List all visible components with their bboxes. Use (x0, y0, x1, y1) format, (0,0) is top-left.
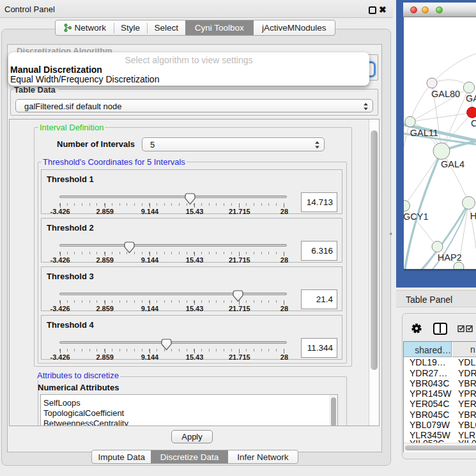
svg-text:GCY1: GCY1 (404, 211, 429, 222)
svg-text:H: H (470, 211, 476, 221)
svg-text:C: C (471, 118, 476, 128)
svg-text:GAL4: GAL4 (441, 159, 464, 169)
svg-text:GAL11: GAL11 (410, 128, 438, 138)
svg-text:HAP2: HAP2 (438, 252, 462, 263)
svg-text:GA: GA (466, 93, 476, 104)
svg-text:GAL80: GAL80 (431, 89, 460, 99)
